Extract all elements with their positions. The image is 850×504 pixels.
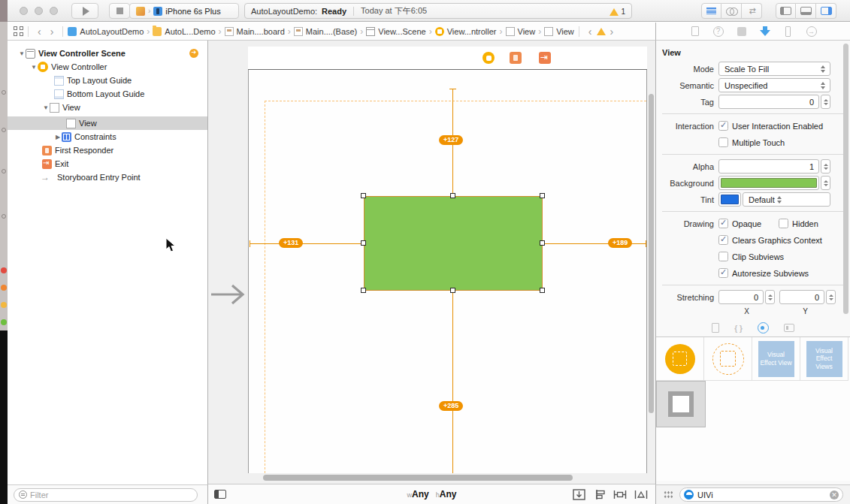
toggle-debug-area-button[interactable] xyxy=(796,3,816,19)
library-item-visual-effect-views[interactable]: Visual Effect Views xyxy=(800,337,848,381)
stretching-y-field[interactable]: 0 xyxy=(779,290,824,304)
assistant-editor-button[interactable] xyxy=(721,3,742,19)
breadcrumb-view[interactable]: View xyxy=(506,27,536,36)
constraint-line-left[interactable] xyxy=(250,243,364,244)
background-color-well[interactable] xyxy=(718,176,819,190)
resize-handle-middle-left[interactable] xyxy=(361,240,366,246)
background-popup-arrows[interactable] xyxy=(821,176,830,190)
breadcrumb-view-controller[interactable]: View...ntroller xyxy=(435,27,497,36)
resize-handle-top-left[interactable] xyxy=(361,193,366,198)
media-library-icon[interactable] xyxy=(784,324,794,332)
library-grid-toggle-icon[interactable] xyxy=(664,490,673,499)
toggle-navigator-button[interactable] xyxy=(776,3,796,19)
identity-inspector-tab[interactable] xyxy=(737,26,747,37)
align-tool-icon[interactable] xyxy=(593,489,606,500)
window-zoom-button[interactable] xyxy=(50,7,58,15)
toggle-utilities-button[interactable] xyxy=(816,3,836,19)
quick-help-tab[interactable] xyxy=(713,26,724,37)
clears-graphics-context-checkbox[interactable] xyxy=(718,235,728,245)
outline-item-exit[interactable]: Exit xyxy=(8,157,207,171)
issue-warning[interactable] xyxy=(597,28,606,35)
disclosure-triangle[interactable] xyxy=(18,50,26,57)
breadcrumb-storyboard-base[interactable]: Main....(Base) xyxy=(294,27,357,36)
hidden-checkbox[interactable] xyxy=(779,219,788,228)
tag-field[interactable]: 0 xyxy=(718,95,819,109)
connections-inspector-tab[interactable] xyxy=(806,26,817,37)
outline-item-bottom-layout-guide[interactable]: Bottom Layout Guide xyxy=(8,87,207,101)
tag-stepper[interactable] xyxy=(821,95,830,109)
disclosure-triangle[interactable] xyxy=(42,104,50,111)
canvas-vertical-scrollbar[interactable] xyxy=(648,48,655,472)
stretching-x-stepper[interactable] xyxy=(765,290,775,304)
storyboard-entry-arrow[interactable] xyxy=(211,282,247,306)
alpha-field[interactable]: 1 xyxy=(718,159,819,174)
outline-item-top-layout-guide[interactable]: Top Layout Guide xyxy=(8,74,207,87)
library-item-view-selected[interactable] xyxy=(656,381,706,427)
outline-item-entry-point[interactable]: → Storyboard Entry Point xyxy=(8,171,207,184)
constraint-line-bottom[interactable] xyxy=(452,291,453,473)
outline-item-scene[interactable]: View Controller Scene xyxy=(8,47,207,60)
breadcrumb-scene[interactable]: View...Scene xyxy=(366,27,425,36)
constraint-badge-top[interactable]: +127 xyxy=(439,135,463,145)
object-library-icon[interactable] xyxy=(758,322,769,333)
tint-popup[interactable]: Default xyxy=(743,192,830,207)
clip-subviews-checkbox[interactable] xyxy=(718,252,728,261)
window-close-button[interactable] xyxy=(20,7,28,15)
opaque-checkbox[interactable] xyxy=(718,219,728,228)
constraint-badge-right[interactable]: +189 xyxy=(608,238,632,248)
standard-editor-button[interactable] xyxy=(701,3,721,19)
interface-builder-canvas[interactable]: +127 +131 +189 +285 xyxy=(208,41,655,484)
previous-issue-button[interactable] xyxy=(584,26,597,37)
outline-item-first-responder[interactable]: First Responder xyxy=(8,143,207,157)
status-warning[interactable]: 1 xyxy=(610,8,625,16)
canvas-horizontal-scrollbar[interactable] xyxy=(263,475,573,481)
resolve-tool-icon[interactable] xyxy=(634,489,648,500)
size-inspector-tab[interactable] xyxy=(783,26,794,37)
selected-green-view[interactable] xyxy=(364,196,543,291)
resize-handle-bottom-middle[interactable] xyxy=(450,288,455,293)
resize-handle-bottom-left[interactable] xyxy=(361,288,366,293)
version-editor-button[interactable]: ⇄ xyxy=(742,3,762,19)
multiple-touch-checkbox[interactable] xyxy=(718,137,728,147)
go-forward-button[interactable] xyxy=(46,26,59,37)
tint-color-well[interactable] xyxy=(718,192,741,207)
mode-popup[interactable]: Scale To Fill xyxy=(718,62,830,76)
inspector-scrollbar[interactable] xyxy=(843,44,848,314)
clear-search-icon[interactable] xyxy=(830,490,839,499)
constraint-badge-bottom[interactable]: +285 xyxy=(439,401,463,411)
entry-point-indicator-icon[interactable] xyxy=(189,49,198,58)
related-items-icon[interactable] xyxy=(14,26,23,36)
semantic-popup[interactable]: Unspecified xyxy=(718,78,830,92)
resize-handle-middle-right[interactable] xyxy=(540,240,545,246)
view-controller-icon[interactable] xyxy=(482,52,495,64)
stop-button[interactable] xyxy=(109,3,130,19)
scheme-selector[interactable]: › iPhone 6s Plus xyxy=(129,3,239,19)
stack-tool-icon[interactable] xyxy=(573,489,585,500)
breadcrumb-project[interactable]: AutoLayoutDemo xyxy=(68,27,144,36)
breadcrumb-subview[interactable]: View xyxy=(544,27,574,36)
library-search-input[interactable]: UIVi xyxy=(679,487,843,502)
exit-icon[interactable] xyxy=(539,52,551,64)
resize-handle-bottom-right[interactable] xyxy=(540,288,545,293)
library-item-visual-effect-view[interactable]: Visual Effect View xyxy=(752,337,800,381)
library-item-container-view[interactable] xyxy=(704,337,752,381)
stretching-x-field[interactable]: 0 xyxy=(718,290,764,304)
disclosure-triangle[interactable] xyxy=(54,134,62,140)
breadcrumb-storyboard[interactable]: Main....board xyxy=(225,27,285,36)
constraint-badge-left[interactable]: +131 xyxy=(279,238,303,248)
stretching-y-stepper[interactable] xyxy=(826,290,836,304)
pin-tool-icon[interactable] xyxy=(613,489,627,500)
alpha-stepper[interactable] xyxy=(821,159,830,174)
code-snippet-library-icon[interactable] xyxy=(734,324,743,333)
window-minimize-button[interactable] xyxy=(35,7,43,15)
file-inspector-tab[interactable] xyxy=(690,26,700,37)
outline-item-constraints[interactable]: Constraints xyxy=(8,130,207,143)
outline-item-root-view[interactable]: View xyxy=(8,101,207,114)
go-back-button[interactable] xyxy=(33,26,46,37)
attributes-inspector-tab[interactable] xyxy=(760,26,770,37)
outline-filter-input[interactable]: Filter xyxy=(14,488,198,502)
library-item-view-controller[interactable] xyxy=(656,337,704,381)
outline-item-selected-view[interactable]: View xyxy=(8,116,207,130)
autoresize-subviews-checkbox[interactable] xyxy=(718,268,728,278)
next-issue-button[interactable] xyxy=(606,26,619,37)
